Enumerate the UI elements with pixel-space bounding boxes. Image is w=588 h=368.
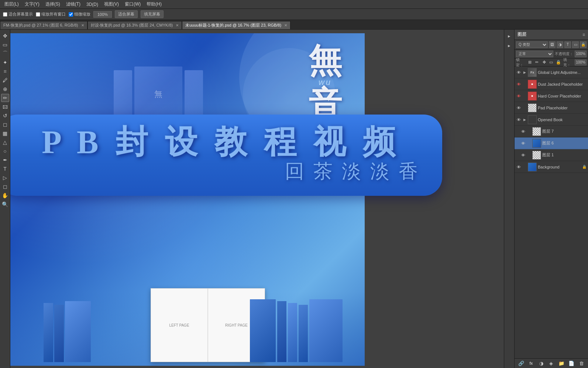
filter-image-icon[interactable]: 🖼: [549, 41, 556, 48]
layer-item-6[interactable]: 👁 ▶ 图层 6: [515, 137, 588, 149]
heal-tool[interactable]: ⊕: [1, 85, 9, 93]
menu-window[interactable]: 窗口(W): [122, 0, 144, 8]
menu-layers[interactable]: 图层(L): [1, 0, 22, 8]
shape-tool[interactable]: ◻: [1, 183, 9, 191]
lock-all-icon[interactable]: 🔒: [556, 59, 561, 65]
lock-artboard-icon[interactable]: ▭: [549, 59, 554, 65]
all-windows-checkbox[interactable]: [36, 12, 40, 17]
magic-wand-tool[interactable]: ✦: [1, 58, 9, 67]
lasso-tool[interactable]: ⌒: [1, 50, 9, 58]
menu-view[interactable]: 视图(V): [101, 0, 122, 8]
fill-label: 填充：: [563, 57, 572, 68]
main-area: ✥ ▭ ⌒ ✦ ⌗ 🖉 ⊕ ✏ 🖂 ↺ ◻ ▦ △ ○ ✒ T ▷ ◻ ✋ 🔍: [0, 30, 588, 368]
fit-screen-checkbox-label[interactable]: 适合屏幕显示: [3, 11, 33, 17]
layer-item-7[interactable]: 👁 ▶ 图层 7: [515, 126, 588, 137]
tab-2-label: 未uuuu标题-1-恢复的.psd @ 16.7% (图层 23, RGB/8): [185, 23, 281, 28]
tab-1-close[interactable]: ✕: [176, 23, 179, 27]
layer-item-hard-cover[interactable]: 👁 ▶ ■ Hard Cover Placeholder: [515, 90, 588, 102]
layer-item-background[interactable]: 👁 ▶ Background 🔒: [515, 161, 588, 173]
layer-eye-hard-cover[interactable]: 👁: [516, 93, 521, 99]
fx-btn[interactable]: fx: [527, 360, 535, 367]
filter-lock-icon[interactable]: 🔒: [580, 41, 587, 48]
delete-layer-btn[interactable]: 🗑: [578, 360, 585, 367]
layer-eye-6[interactable]: 👁: [520, 141, 526, 146]
fine-zoom-checkbox-label[interactable]: 细微缩放: [69, 11, 90, 17]
move-tool[interactable]: ✥: [1, 32, 9, 40]
layer-eye-1[interactable]: 👁: [520, 153, 526, 158]
mask-btn[interactable]: ◑: [537, 360, 545, 367]
canvas-area[interactable]: 無 wu 音 yin 海 hai 無 P B 封 设 教 程 视 频: [10, 30, 504, 368]
layers-filter: Q 类型 🖼 ◑ T ▭ 🔒: [515, 40, 588, 50]
layers-bottom: 🔗 fx ◑ ◈ 📁 📄 🗑: [515, 358, 588, 368]
history-tool[interactable]: ↺: [1, 112, 9, 120]
layer-eye-pad[interactable]: 👁: [516, 105, 521, 110]
layer-eye-global-light[interactable]: 👁: [516, 70, 521, 75]
fine-zoom-checkbox[interactable]: [69, 12, 73, 17]
layers-expand-icon[interactable]: ≡: [582, 32, 585, 37]
tab-0-close[interactable]: ✕: [81, 23, 84, 27]
zoom-input[interactable]: [93, 11, 112, 18]
link-layers-btn[interactable]: 🔗: [517, 360, 525, 367]
layer-eye-dust-jacked[interactable]: 👁: [516, 82, 521, 87]
layer-arrow-global-light[interactable]: ▶: [522, 70, 527, 75]
menu-select[interactable]: 选择(S): [42, 0, 63, 8]
hand-tool[interactable]: ✋: [1, 191, 9, 200]
layer-thumb-dust-jacked: ■: [528, 80, 537, 89]
filter-shape-icon[interactable]: ▭: [572, 41, 579, 48]
opacity-input[interactable]: [575, 51, 587, 57]
layer-item-dust-jacked[interactable]: 👁 ▶ ■ Dust Jacked Placeholder: [515, 78, 588, 90]
select-tool[interactable]: ▭: [1, 41, 9, 49]
tab-1[interactable]: 封设-恢复的.psd @ 16.3% (图层 24, CMYK/8) ✕: [87, 21, 182, 29]
menu-3d[interactable]: 3D(D): [83, 0, 101, 8]
layer-item-1[interactable]: 👁 ▶ 图层 1: [515, 149, 588, 161]
pen-tool[interactable]: ✒: [1, 156, 9, 164]
layer-item-opened-book[interactable]: 👁 ▶ Opened Book: [515, 114, 588, 126]
crop-tool[interactable]: ⌗: [1, 67, 9, 75]
all-windows-checkbox-label[interactable]: 缩放所有窗口: [36, 11, 66, 17]
tab-2[interactable]: 未uuuu标题-1-恢复的.psd @ 16.7% (图层 23, RGB/8)…: [182, 21, 290, 29]
adjustment-btn[interactable]: ◈: [547, 360, 555, 367]
zoom-tool[interactable]: 🔍: [1, 200, 9, 208]
eyedropper-tool[interactable]: 🖉: [1, 76, 9, 84]
layer-eye-opened-book[interactable]: 👁: [516, 117, 521, 122]
lock-transparent-icon[interactable]: ⊞: [527, 59, 532, 65]
new-layer-btn[interactable]: 📄: [568, 360, 575, 367]
fill-screen-button[interactable]: 填充屏幕: [141, 10, 164, 18]
layer-name-1: 图层 1: [542, 152, 587, 158]
fill-input[interactable]: [575, 59, 587, 65]
brush-tool[interactable]: ✏: [1, 94, 9, 102]
filter-type-select[interactable]: Q 类型: [516, 41, 548, 48]
lock-move-icon[interactable]: ✥: [542, 59, 547, 65]
layer-item-global-light[interactable]: 👁 ▶ Fx Global Light Adjustme...: [515, 67, 588, 78]
dodge-tool[interactable]: ○: [1, 147, 9, 155]
menu-filter[interactable]: 滤镜(T): [63, 0, 83, 8]
lock-paint-icon[interactable]: ✏: [534, 59, 539, 65]
panel-icon-1[interactable]: ▸: [505, 32, 513, 40]
filter-adjust-icon[interactable]: ◑: [557, 41, 563, 48]
open-book-center: LEFT PAGE RIGHT PAGE: [151, 288, 265, 362]
blur-tool[interactable]: △: [1, 138, 9, 146]
layer-name-global-light: Global Light Adjustme...: [538, 70, 587, 75]
group-btn[interactable]: 📁: [558, 360, 565, 367]
tab-2-close[interactable]: ✕: [284, 23, 287, 27]
fit-screen-button[interactable]: 适合屏幕: [115, 10, 138, 18]
layer-item-pad[interactable]: 👁 ▶ Pad Placeholder: [515, 102, 588, 114]
clone-tool[interactable]: 🖂: [1, 103, 9, 111]
text-tool[interactable]: T: [1, 165, 9, 173]
extra-panel: ▸ ▸: [504, 30, 514, 368]
eraser-tool[interactable]: ◻: [1, 120, 9, 129]
menu-text[interactable]: 文字(Y): [22, 0, 42, 8]
path-tool[interactable]: ▷: [1, 174, 9, 182]
layer-eye-background[interactable]: 👁: [516, 164, 521, 170]
layer-arrow-opened-book[interactable]: ▶: [522, 117, 527, 122]
banner-main-text: P B 封 设 教 程 视 频: [34, 126, 407, 159]
filter-text-icon[interactable]: T: [564, 41, 571, 48]
gradient-tool[interactable]: ▦: [1, 129, 9, 137]
layers-list[interactable]: 👁 ▶ Fx Global Light Adjustme... 👁 ▶ ■ Du…: [515, 67, 588, 358]
layer-eye-7[interactable]: 👁: [520, 129, 526, 134]
menu-help[interactable]: 帮助(H): [144, 0, 165, 8]
fit-screen-checkbox[interactable]: [3, 12, 7, 17]
blend-mode-select[interactable]: 正常: [516, 51, 553, 57]
panel-icon-2[interactable]: ▸: [505, 41, 513, 50]
tab-0[interactable]: FM-恢复的.psd @ 27.1% (图层 6, RGB/8) ✕: [0, 21, 87, 29]
